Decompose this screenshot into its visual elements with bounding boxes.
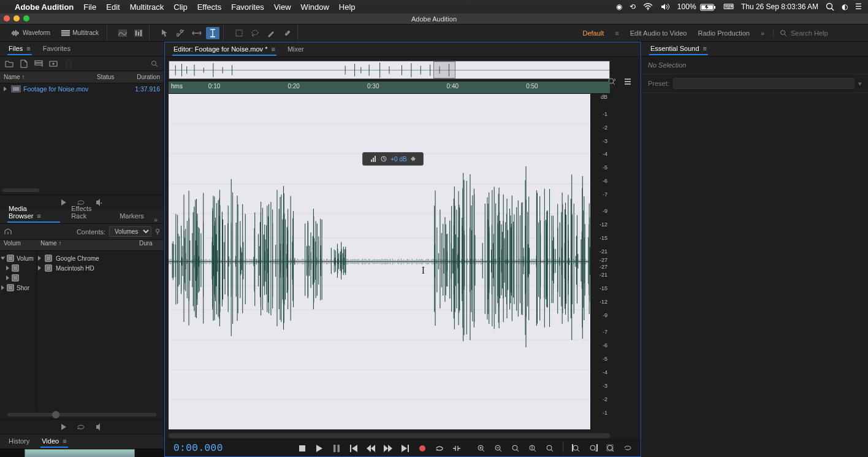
pause-button[interactable] bbox=[330, 442, 343, 455]
record-button[interactable] bbox=[416, 442, 429, 455]
overview-waveform[interactable] bbox=[169, 61, 610, 79]
loop-preview-icon[interactable] bbox=[77, 423, 85, 431]
panel-menu-icon[interactable]: ≡ bbox=[271, 45, 275, 53]
zoom-slider[interactable] bbox=[7, 413, 156, 417]
skip-selection-button[interactable] bbox=[450, 442, 463, 455]
timeline-ruler[interactable]: hms 0:10 0:20 0:30 0:40 0:50 bbox=[169, 82, 610, 94]
list-item[interactable]: Macintosh HD bbox=[38, 263, 162, 273]
menu-edit[interactable]: Edit bbox=[106, 2, 120, 12]
tab-essential-sound[interactable]: Essential Sound≡ bbox=[644, 42, 713, 56]
slip-tool[interactable] bbox=[190, 27, 204, 39]
contents-select[interactable]: Volumes bbox=[109, 226, 151, 237]
col-name[interactable]: Name ↑ bbox=[37, 240, 139, 250]
open-file-icon[interactable] bbox=[4, 58, 15, 69]
status-volume-icon[interactable] bbox=[660, 3, 670, 10]
help-search-input[interactable] bbox=[791, 29, 864, 37]
tab-video[interactable]: Video≡ bbox=[36, 435, 72, 448]
window-close-button[interactable] bbox=[4, 15, 10, 21]
new-file-icon[interactable] bbox=[18, 58, 29, 69]
panel-overflow-icon[interactable]: » bbox=[150, 216, 161, 223]
tab-effects-rack[interactable]: Effects Rack bbox=[65, 202, 113, 223]
shortcuts-icon[interactable] bbox=[4, 228, 12, 236]
workspace-edit-audio[interactable]: Edit Audio to Video bbox=[630, 29, 687, 37]
file-row[interactable]: Footage for Noise.mov 1:37.916 bbox=[0, 83, 164, 94]
list-item[interactable]: Google Chrome bbox=[38, 253, 162, 263]
siri-icon[interactable]: ◐ bbox=[842, 2, 848, 11]
brush-tool[interactable] bbox=[264, 27, 278, 39]
zoom-out-v-button[interactable] bbox=[543, 442, 557, 455]
workspace-radio[interactable]: Radio Production bbox=[698, 29, 749, 37]
menu-effects[interactable]: Effects bbox=[197, 2, 222, 12]
filter-icon[interactable]: ⚲ bbox=[155, 228, 160, 236]
multitrack-view-button[interactable]: Multitrack bbox=[57, 28, 103, 38]
tab-favorites[interactable]: Favorites bbox=[37, 42, 77, 56]
tab-mixer[interactable]: Mixer bbox=[281, 43, 310, 56]
menu-multitrack[interactable]: Multitrack bbox=[130, 2, 164, 12]
col-name[interactable]: Name ↑ bbox=[4, 74, 97, 80]
razor-tool[interactable] bbox=[174, 27, 188, 39]
spectral-pitch-toggle[interactable] bbox=[132, 27, 145, 39]
status-cc-icon[interactable]: ⟲ bbox=[630, 2, 636, 11]
tab-markers[interactable]: Markers bbox=[113, 210, 150, 223]
stop-button[interactable] bbox=[295, 442, 309, 455]
status-wifi-icon[interactable] bbox=[643, 3, 653, 10]
workspace-default[interactable]: Default bbox=[582, 29, 604, 37]
waveform-display[interactable]: +0 dB I bbox=[169, 94, 590, 429]
timecode-display[interactable]: 0:00.000 bbox=[173, 443, 223, 454]
video-thumbnail[interactable] bbox=[25, 449, 135, 457]
tree-row[interactable]: Volum bbox=[1, 253, 35, 263]
menu-file[interactable]: File bbox=[83, 2, 96, 12]
workspace-menu-icon[interactable]: ≡ bbox=[615, 29, 619, 37]
zoom-selection-button[interactable] bbox=[604, 442, 617, 455]
forward-button[interactable] bbox=[381, 442, 395, 455]
rewind-button[interactable] bbox=[364, 442, 378, 455]
tree-row[interactable] bbox=[1, 263, 35, 273]
files-hscroll[interactable] bbox=[2, 188, 39, 192]
panel-menu-icon[interactable]: ≡ bbox=[37, 212, 40, 220]
disclosure-icon[interactable] bbox=[4, 85, 11, 93]
hud-gain[interactable]: +0 dB bbox=[362, 152, 424, 166]
panel-menu-icon[interactable]: ≡ bbox=[26, 45, 30, 52]
status-record-icon[interactable]: ◉ bbox=[616, 2, 622, 11]
tab-files[interactable]: Files≡ bbox=[2, 42, 37, 56]
marquee-tool[interactable] bbox=[232, 27, 246, 39]
tree-row[interactable] bbox=[1, 273, 35, 283]
zoom-out-h-button[interactable] bbox=[492, 442, 505, 455]
preset-select[interactable] bbox=[673, 78, 855, 89]
tab-history[interactable]: History bbox=[2, 435, 36, 448]
zoom-full-button[interactable] bbox=[621, 442, 634, 455]
go-end-button[interactable] bbox=[398, 442, 412, 455]
spotlight-icon[interactable] bbox=[826, 2, 834, 11]
menu-view[interactable]: View bbox=[274, 2, 291, 12]
time-selection-tool[interactable] bbox=[206, 27, 219, 39]
status-input-icon[interactable]: ⌨︎ bbox=[723, 2, 734, 11]
spot-healing-tool[interactable] bbox=[280, 27, 294, 39]
close-file-icon[interactable] bbox=[63, 58, 74, 69]
col-dura[interactable]: Dura bbox=[139, 240, 164, 250]
insert-multitrack-icon[interactable] bbox=[48, 58, 59, 69]
zoom-out-point-button[interactable] bbox=[587, 442, 600, 455]
app-name[interactable]: Adobe Audition bbox=[15, 2, 74, 12]
go-start-button[interactable] bbox=[347, 442, 360, 455]
hud-pin-icon[interactable] bbox=[411, 156, 416, 161]
play-preview-icon[interactable] bbox=[61, 423, 67, 431]
zoom-in-v-button[interactable] bbox=[526, 442, 539, 455]
autoplay-icon[interactable] bbox=[95, 423, 104, 431]
zoom-in-h-button[interactable] bbox=[474, 442, 488, 455]
tab-media-browser[interactable]: Media Browser≡ bbox=[2, 202, 65, 223]
status-battery[interactable]: 100% bbox=[677, 2, 716, 11]
col-volume[interactable]: Volum bbox=[0, 240, 37, 250]
lasso-tool[interactable] bbox=[248, 27, 262, 39]
waveform-view-button[interactable]: Waveform bbox=[7, 28, 55, 38]
workspace-overflow-icon[interactable]: » bbox=[761, 29, 764, 37]
window-minimize-button[interactable] bbox=[13, 15, 20, 21]
tab-editor[interactable]: Editor: Footage for Noise.mov *≡ bbox=[167, 43, 281, 56]
spectral-freq-toggle[interactable] bbox=[116, 27, 129, 39]
view-list-icon[interactable] bbox=[621, 75, 634, 88]
filter-search-icon[interactable] bbox=[149, 58, 160, 69]
panel-menu-icon[interactable]: ≡ bbox=[703, 45, 707, 52]
col-duration[interactable]: Duration bbox=[126, 74, 160, 80]
move-tool[interactable] bbox=[158, 27, 172, 39]
zoom-in-point-button[interactable] bbox=[569, 442, 583, 455]
loop-button[interactable] bbox=[433, 442, 446, 455]
